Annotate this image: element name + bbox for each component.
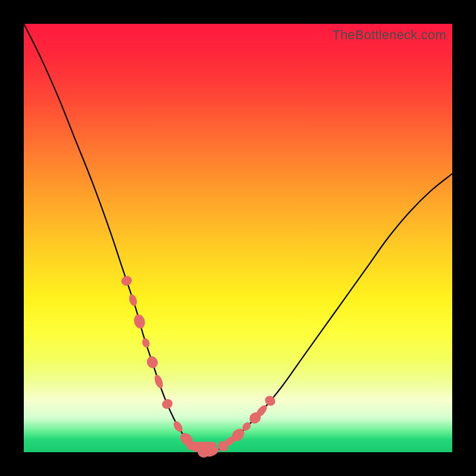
marker-group (120, 275, 277, 459)
curve-marker (128, 293, 138, 307)
curve-marker (132, 313, 146, 330)
curve-marker (141, 337, 151, 349)
curve-marker (145, 355, 159, 369)
curve-marker (161, 397, 174, 411)
curve-marker (172, 419, 184, 433)
valley-pill (187, 441, 217, 450)
curve-layer (24, 24, 452, 452)
chart-frame: TheBottleneck.com (0, 0, 476, 476)
plot-area: TheBottleneck.com (24, 24, 452, 452)
curve-marker (120, 275, 133, 287)
bottleneck-curve (24, 24, 452, 453)
curve-marker (153, 374, 164, 390)
